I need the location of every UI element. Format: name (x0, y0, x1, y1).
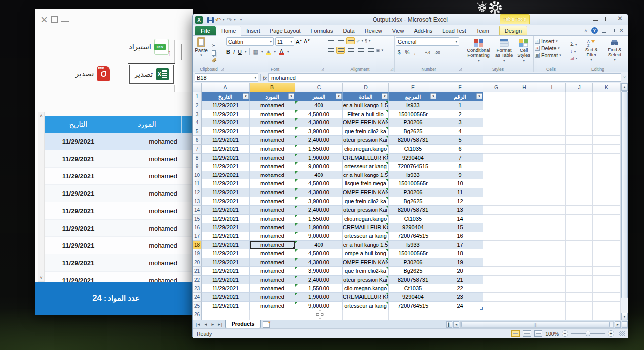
cell-I12[interactable] (538, 188, 566, 197)
cell-E2[interactable]: ls933 (389, 101, 437, 110)
increase-indent-icon[interactable] (366, 47, 375, 54)
orientation-icon[interactable]: ⇗ (356, 38, 360, 43)
tab-file[interactable]: File (195, 26, 216, 35)
number-format-select[interactable]: General▾ (396, 37, 459, 46)
zoom-in-icon[interactable]: + (608, 330, 614, 337)
cell-A1[interactable]: التاريخ▼ (202, 92, 250, 101)
cell-E9[interactable]: 7200764515 (389, 162, 437, 171)
cell-B19[interactable]: mohamed (250, 249, 295, 258)
column-header-f[interactable]: F (437, 83, 483, 92)
top-align-icon[interactable] (326, 37, 335, 44)
decrease-indent-icon[interactable] (356, 47, 365, 54)
horizontal-scrollbar[interactable]: ||| (460, 321, 614, 328)
conditional-formatting-button[interactable]: Conditional Formatting▾ (464, 37, 493, 63)
cell-C22[interactable]: 2,400.00 (295, 276, 343, 285)
shrink-font-icon[interactable]: A▼ (304, 39, 310, 44)
cell-I2[interactable] (538, 101, 566, 110)
close-icon[interactable]: ✕ (617, 16, 623, 22)
cell-B18[interactable]: mohamed (250, 241, 295, 250)
filter-dropdown-icon[interactable]: ▼ (382, 93, 388, 99)
cell-E10[interactable]: ls933 (389, 171, 437, 180)
cell-K24[interactable] (593, 293, 621, 302)
cell-E20[interactable]: P30206 (389, 258, 437, 267)
left-table-row[interactable]: 11/29/2021mohamed (45, 272, 193, 282)
left-table-row[interactable]: 11/29/2021mohamed (45, 254, 193, 272)
cell-J10[interactable] (566, 171, 593, 180)
cell-H1[interactable] (510, 92, 538, 101)
column-header-k[interactable]: K (593, 83, 621, 92)
cell-G11[interactable] (483, 179, 510, 188)
filter-dropdown-icon[interactable]: ▼ (476, 93, 482, 99)
column-header-i[interactable]: I (538, 83, 566, 92)
cell-J7[interactable] (566, 145, 593, 154)
cell-A24[interactable]: 11/29/2021 (202, 293, 250, 302)
merge-center-icon[interactable]: ▣ (376, 48, 380, 53)
cell-E3[interactable]: 150100565r (389, 110, 437, 119)
cell-G13[interactable] (483, 197, 510, 206)
autosum-icon[interactable]: Σ ▾ (570, 41, 577, 47)
select-all-corner[interactable] (193, 83, 202, 92)
cell-I4[interactable] (538, 118, 566, 127)
row-number-17[interactable]: 17 (193, 232, 202, 241)
cell-B2[interactable]: mohamed (250, 101, 295, 110)
cell-G17[interactable] (483, 232, 510, 241)
cell-H26[interactable] (510, 310, 538, 320)
row-number-2[interactable]: 2 (193, 101, 202, 110)
cell-K20[interactable] (593, 258, 621, 267)
cell-G23[interactable] (483, 284, 510, 293)
cell-G21[interactable] (483, 267, 510, 276)
cell-H13[interactable] (510, 197, 538, 206)
cell-F3[interactable]: 2 (437, 110, 483, 119)
tab-review[interactable]: Review (360, 26, 387, 35)
cell-A11[interactable]: 11/29/2021 (202, 179, 250, 188)
delete-cells-button[interactable]: ×Delete▾ (535, 45, 568, 51)
cell-I21[interactable] (538, 267, 566, 276)
column-header-h[interactable]: H (510, 83, 538, 92)
cell-D10[interactable]: er a huil kango 1.5 (343, 171, 389, 180)
cell-K11[interactable] (593, 179, 621, 188)
cell-G10[interactable] (483, 171, 510, 180)
cell-K14[interactable] (593, 206, 621, 215)
italic-button[interactable]: I (233, 49, 235, 55)
cell-E23[interactable]: Ct1035 (389, 284, 437, 293)
doc-restore-icon[interactable] (611, 29, 615, 32)
cell-I24[interactable] (538, 293, 566, 302)
cell-F8[interactable]: 7 (437, 154, 483, 163)
cell-J24[interactable] (566, 293, 593, 302)
cell-G3[interactable] (483, 110, 510, 119)
cell-E22[interactable]: 8200758731 (389, 276, 437, 285)
dialog-launcher-icon[interactable]: ◿ (322, 67, 324, 71)
cell-E25[interactable]: 7200764515 (389, 302, 437, 311)
cell-D16[interactable]: CREMAILLEUR KC (343, 223, 389, 232)
cell-K17[interactable] (593, 232, 621, 241)
help-icon[interactable]: ? (591, 27, 598, 34)
cell-I9[interactable] (538, 162, 566, 171)
cell-A7[interactable]: 11/29/2021 (202, 145, 250, 154)
collapse-ribbon-icon[interactable]: ˄ (585, 28, 587, 33)
cell-D2[interactable]: er a huil kango 1.5 (343, 101, 389, 110)
column-header-e[interactable]: E (389, 83, 437, 92)
cell-D23[interactable]: clio.megan.kango (343, 284, 389, 293)
zoom-out-icon[interactable]: − (562, 330, 568, 337)
zoom-handle[interactable] (586, 331, 590, 336)
cell-D1[interactable]: المادة▼ (343, 92, 389, 101)
cell-F20[interactable]: 19 (437, 258, 483, 267)
cell-K8[interactable] (593, 154, 621, 163)
cell-B4[interactable]: mohamed (250, 118, 295, 127)
row-number-8[interactable]: 8 (193, 154, 202, 163)
cell-J20[interactable] (566, 258, 593, 267)
next-sheet-icon[interactable]: ► (211, 322, 215, 327)
cell-F4[interactable]: 3 (437, 118, 483, 127)
row-number-6[interactable]: 6 (193, 136, 202, 145)
row-number-11[interactable]: 11 (193, 179, 202, 188)
cell-C2[interactable]: 400 (295, 101, 343, 110)
cell-D12[interactable]: OMPE FREIN KANG (343, 188, 389, 197)
sheet-tab-products[interactable]: Products (225, 320, 261, 328)
cell-A8[interactable]: 11/29/2021 (202, 154, 250, 163)
cell-G14[interactable] (483, 206, 510, 215)
cell-G6[interactable] (483, 136, 510, 145)
cell-K18[interactable] (593, 241, 621, 250)
insert-cells-button[interactable]: +Insert▾ (535, 38, 568, 44)
cell-D18[interactable]: er a huil kango 1.5 (343, 241, 389, 250)
copy-icon[interactable] (212, 50, 216, 56)
